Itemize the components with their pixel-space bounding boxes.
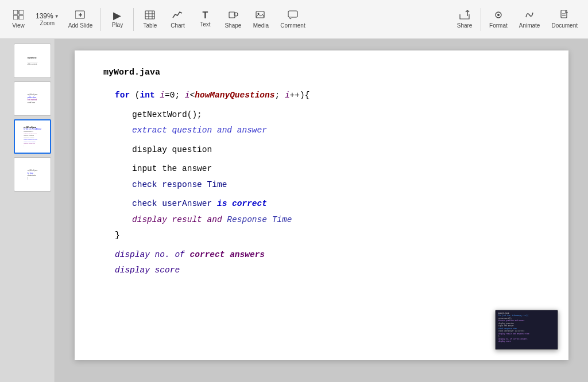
slide-3-wrapper: 3 myWord.java for (int i=0; i<howManyQ g… [3,119,51,154]
table-icon [145,10,155,21]
media-icon [256,10,266,21]
comment-button[interactable]: Comment [274,8,311,31]
code-line-display-score: display score [115,263,540,279]
play-label: Play [112,22,123,28]
slide-4-wrapper: 4 myWord.java for loop statements } [3,157,51,192]
svg-point-19 [497,14,500,16]
slide-4-thumb[interactable]: myWord.java for loop statements } [14,157,51,192]
slide-3-thumb[interactable]: myWord.java for (int i=0; i<howManyQ get… [14,119,51,154]
share-icon [459,10,470,21]
toolbar: View 139% ▼ Zoom Add Slide ▶ Play Table … [0,0,588,39]
add-slide-icon [75,10,86,21]
view-button[interactable]: View [5,8,32,31]
animate-label: Animate [519,22,540,29]
code-line-for: for (int i=0; i<howManyQuestions; i++){ [115,88,540,104]
code-line-display-no: display no. of correct answers [115,247,540,263]
chart-icon [172,10,183,21]
zoom-label: Zoom [40,20,55,26]
code-line-extract: extract question and answer [115,123,540,139]
code-line-input: input the answer [115,161,540,177]
chart-label: Chart [171,22,184,29]
text-button[interactable]: T Text [191,9,219,30]
play-button[interactable]: ▶ Play [103,8,131,30]
how-many-questions: howManyQuestions [195,91,274,100]
code-line-brace: } [115,228,540,244]
media-button[interactable]: Media [247,8,274,31]
slide-1-wrapper: 1 myWord —————— slide content [3,44,51,78]
comment-label: Comment [280,22,305,29]
view-icon [13,10,24,21]
divider-2 [133,8,134,31]
code-line-getnext: getNextWord(); [115,107,540,123]
var-i3: i [285,91,290,100]
svg-rect-1 [19,10,24,14]
code-line-check-user: check userAnswer is correct [115,196,540,212]
int-keyword: int [140,91,155,100]
extract-text: extract question [132,126,217,135]
shape-button[interactable]: Shape [219,8,247,31]
table-label: Table [143,22,157,29]
canvas-area: myWord.java for (int i=0; i<howManyQuest… [55,39,588,382]
main-area: 1 myWord —————— slide content 2 myWord.j… [0,39,588,382]
slide-2-thumb[interactable]: myWord.java public class void method cod… [14,81,51,116]
document-label: Document [551,22,578,29]
slide-panel: 1 myWord —————— slide content 2 myWord.j… [0,39,55,382]
var-i2: i [185,91,190,100]
comment-icon [288,10,298,21]
view-label: View [12,22,25,29]
divider-1 [100,8,101,31]
format-button[interactable]: Format [483,8,513,31]
animate-icon [524,10,535,21]
divider-3 [481,8,481,31]
text-label: Text [200,21,210,28]
media-label: Media [253,22,269,29]
svg-rect-2 [13,15,18,20]
shape-label: Shape [225,22,241,29]
zoom-value: 139% [36,12,53,20]
code-line-display-result: display result and Response Time [115,212,540,228]
document-icon [560,10,569,21]
add-slide-button[interactable]: Add Slide [63,8,99,31]
zoom-button[interactable]: 139% ▼ Zoom [32,10,63,29]
format-icon [493,10,504,21]
svg-rect-16 [288,11,297,17]
document-button[interactable]: Document [546,8,583,31]
format-label: Format [489,22,508,29]
chart-button[interactable]: Chart [164,8,191,31]
text-icon: T [203,11,208,20]
var-i: i [160,91,165,100]
slide-canvas[interactable]: myWord.java for (int i=0; i<howManyQuest… [75,50,568,360]
for-keyword: for [115,91,130,100]
slide-2-wrapper: 2 myWord.java public class void method c… [3,81,51,116]
preview-thumbnail: myWord.java for (int i=0; i<howManyQ; i+… [495,310,558,350]
svg-rect-12 [229,12,235,18]
share-button[interactable]: Share [451,8,478,31]
svg-rect-0 [13,10,18,14]
svg-rect-14 [256,11,264,18]
code-line-display-q: display question [115,142,540,158]
table-button[interactable]: Table [136,8,164,31]
shape-icon [228,10,238,21]
share-label: Share [457,22,473,29]
zoom-chevron-icon: ▼ [55,14,59,19]
animate-button[interactable]: Animate [513,8,546,31]
svg-rect-3 [19,15,24,20]
add-slide-label: Add Slide [68,22,93,29]
slide-1-thumb[interactable]: myWord —————— slide content [14,44,51,78]
slide-title: myWord.java [103,68,540,77]
svg-rect-7 [145,11,154,19]
play-icon: ▶ [113,10,121,21]
code-line-check-response: check response Time [115,177,540,193]
code-block: for (int i=0; i<howManyQuestions; i++){ … [103,88,540,279]
